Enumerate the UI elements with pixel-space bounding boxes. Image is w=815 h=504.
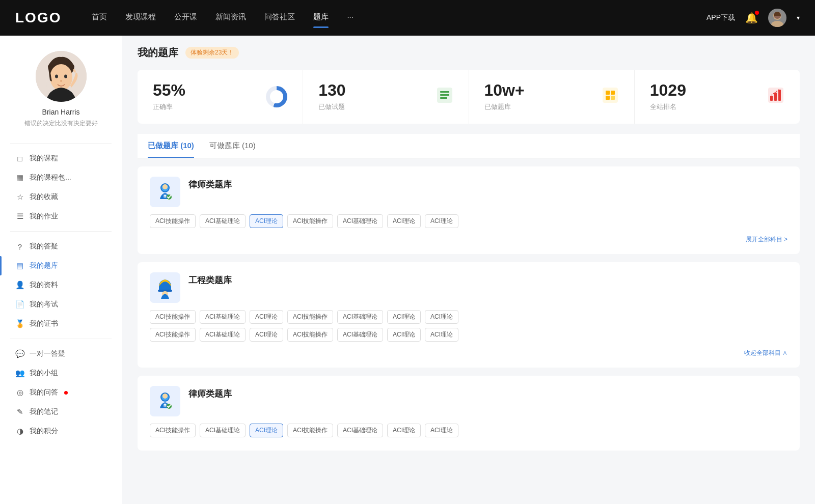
- tag-item[interactable]: ACI技能操作: [150, 310, 196, 324]
- profile-name: Brian Harris: [42, 108, 80, 116]
- exams-icon: 📄: [15, 300, 24, 309]
- nav-opencourse[interactable]: 公开课: [174, 12, 197, 24]
- sidebar-divider-2: [10, 231, 112, 232]
- notification-dot: [755, 11, 759, 15]
- sidebar-item-profile-data[interactable]: 👤 我的资料: [0, 275, 122, 295]
- questions-badge: [64, 391, 68, 395]
- groups-icon: 👥: [15, 369, 24, 378]
- tag-item[interactable]: ACI技能操作: [287, 310, 333, 324]
- nav-right: APP下载 🔔 ▾: [707, 9, 800, 27]
- stats-row: 55% 正确率 130 已做试题: [138, 70, 800, 124]
- sidebar-item-one-on-one[interactable]: 💬 一对一答疑: [0, 344, 122, 363]
- tag-item[interactable]: ACI理论: [387, 424, 421, 437]
- tag-item[interactable]: ACI理论: [425, 310, 458, 324]
- qbank-2-collapse[interactable]: 收起全部科目 ∧: [150, 345, 787, 357]
- tag-item[interactable]: ACI技能操作: [150, 328, 196, 342]
- avatar[interactable]: [768, 9, 786, 27]
- sidebar-item-exams[interactable]: 📄 我的考试: [0, 295, 122, 314]
- tag-item[interactable]: ACI理论: [250, 310, 283, 324]
- nav-home[interactable]: 首页: [92, 12, 107, 24]
- tag-item[interactable]: ACI基础理论: [337, 328, 383, 342]
- tag-item[interactable]: ACI技能操作: [287, 328, 333, 342]
- tag-item-active[interactable]: ACI理论: [250, 214, 283, 228]
- tag-item[interactable]: ACI理论: [250, 328, 283, 342]
- done-questions-icon: [436, 87, 453, 107]
- qbank-2-tags-row1: ACI技能操作 ACI基础理论 ACI理论 ACI技能操作 ACI基础理论 AC…: [150, 310, 787, 324]
- svg-rect-21: [778, 90, 781, 101]
- page-body: Brian Harris 错误的决定比没有决定要好 □ 我的课程 ▦ 我的课程包…: [0, 36, 815, 504]
- sidebar-item-my-questions[interactable]: ◎ 我的问答: [0, 383, 122, 402]
- user-menu-chevron-icon[interactable]: ▾: [797, 14, 800, 21]
- tag-item[interactable]: ACI理论: [425, 424, 458, 437]
- sidebar-item-points[interactable]: ◑ 我的积分: [0, 422, 122, 441]
- tag-item[interactable]: ACI技能操作: [150, 214, 196, 228]
- tab-done[interactable]: 已做题库 (10): [148, 134, 194, 158]
- tag-item[interactable]: ACI理论: [425, 214, 458, 228]
- sidebar-item-qa[interactable]: ? 我的答疑: [0, 237, 122, 256]
- svg-rect-20: [774, 93, 777, 101]
- tag-item[interactable]: ACI理论: [387, 328, 421, 342]
- tag-item[interactable]: ACI基础理论: [200, 424, 246, 437]
- svg-point-8: [60, 80, 62, 82]
- tag-item[interactable]: ACI理论: [425, 328, 458, 342]
- accuracy-label: 正确率: [153, 102, 185, 111]
- qbank-1-title: 律师类题库: [188, 179, 232, 190]
- qbank-2-title: 工程类题库: [188, 274, 232, 286]
- trial-badge: 体验剩余23天！: [185, 47, 239, 59]
- done-banks-icon: [602, 87, 619, 107]
- svg-point-7: [64, 75, 67, 78]
- app-download-button[interactable]: APP下载: [707, 13, 735, 22]
- tag-item[interactable]: ACI基础理论: [200, 328, 246, 342]
- qbank-1-icon: [150, 177, 180, 207]
- nav-qbank[interactable]: 题库: [313, 12, 329, 24]
- courses-icon: □: [15, 154, 24, 163]
- stat-done-banks: 10w+ 已做题库: [469, 70, 635, 124]
- tag-item-active[interactable]: ACI理论: [250, 424, 283, 437]
- svg-point-31: [162, 394, 168, 399]
- profile-motto: 错误的决定比没有决定要好: [14, 119, 108, 128]
- svg-point-1: [771, 21, 783, 27]
- qbank-2-icon: [150, 272, 180, 303]
- nav-discover[interactable]: 发现课程: [125, 12, 156, 24]
- tab-available[interactable]: 可做题库 (10): [209, 134, 256, 158]
- done-banks-value: 10w+: [484, 82, 525, 98]
- notification-bell-icon[interactable]: 🔔: [745, 12, 758, 24]
- stat-done-questions: 130 已做试题: [303, 70, 469, 124]
- tag-item[interactable]: ACI基础理论: [200, 214, 246, 228]
- svg-rect-19: [770, 96, 773, 101]
- tag-item[interactable]: ACI技能操作: [287, 424, 333, 437]
- sidebar-divider: [10, 143, 112, 144]
- done-questions-label: 已做试题: [318, 102, 345, 111]
- tag-item[interactable]: ACI基础理论: [337, 310, 383, 324]
- tag-item[interactable]: ACI技能操作: [150, 424, 196, 437]
- main-content: 我的题库 体验剩余23天！ 55% 正确率 130 已做试题: [122, 36, 815, 504]
- qbank-3-tags: ACI技能操作 ACI基础理论 ACI理论 ACI技能操作 ACI基础理论 AC…: [150, 424, 787, 437]
- tag-item[interactable]: ACI理论: [387, 310, 421, 324]
- sidebar-item-notes[interactable]: ✎ 我的笔记: [0, 402, 122, 422]
- my-questions-icon: ◎: [15, 388, 24, 397]
- sidebar-item-groups[interactable]: 👥 我的小组: [0, 363, 122, 383]
- tag-item[interactable]: ACI理论: [387, 214, 421, 228]
- tag-item[interactable]: ACI基础理论: [337, 424, 383, 437]
- qbank-1-expand[interactable]: 展开全部科目 >: [150, 231, 787, 244]
- sidebar-item-courses[interactable]: □ 我的课程: [0, 149, 122, 168]
- one-on-one-icon: 💬: [15, 349, 24, 358]
- nav-news[interactable]: 新闻资讯: [215, 12, 246, 24]
- stat-accuracy: 55% 正确率: [138, 70, 303, 124]
- tag-item[interactable]: ACI基础理论: [337, 214, 383, 228]
- tag-item[interactable]: ACI基础理论: [200, 310, 246, 324]
- sidebar: Brian Harris 错误的决定比没有决定要好 □ 我的课程 ▦ 我的课程包…: [0, 36, 122, 504]
- tag-item[interactable]: ACI技能操作: [287, 214, 333, 228]
- done-banks-label: 已做题库: [484, 102, 525, 111]
- sidebar-item-qbank[interactable]: ▤ 我的题库: [0, 256, 122, 275]
- nav-qa[interactable]: 问答社区: [264, 12, 295, 24]
- rank-icon: [767, 87, 784, 107]
- qbank-card-2: 工程类题库 ACI技能操作 ACI基础理论 ACI理论 ACI技能操作 ACI基…: [138, 262, 800, 368]
- nav-more[interactable]: ···: [347, 12, 354, 24]
- svg-rect-11: [440, 94, 449, 96]
- rank-value: 1029: [650, 82, 686, 98]
- sidebar-item-favorites[interactable]: ☆ 我的收藏: [0, 187, 122, 207]
- sidebar-item-homework[interactable]: ☰ 我的作业: [0, 207, 122, 226]
- sidebar-item-certs[interactable]: 🏅 我的证书: [0, 314, 122, 333]
- sidebar-item-course-packages[interactable]: ▦ 我的课程包...: [0, 168, 122, 187]
